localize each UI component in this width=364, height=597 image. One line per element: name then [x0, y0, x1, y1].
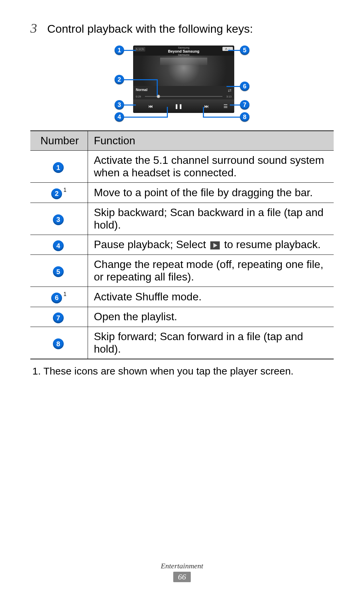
callout-6: 6 [240, 82, 249, 91]
pause-icon[interactable]: ❚❚ [164, 103, 192, 109]
function-table: Number Function 1 Activate the 5.1 chann… [30, 130, 334, 359]
row-badge: 8 [53, 338, 64, 349]
row-function: Skip forward; Scan forward in a file (ta… [88, 327, 334, 359]
artist-label: Samsung [133, 46, 234, 49]
playlist-icon[interactable]: ☰ [221, 103, 231, 109]
header-number: Number [30, 131, 88, 151]
row-badge: 2 [51, 188, 62, 199]
callout-8: 8 [240, 112, 249, 122]
step-number: 3 [30, 20, 47, 36]
seek-bar[interactable] [145, 96, 222, 97]
page-number: 66 [173, 572, 191, 582]
row-function: Activate the 5.1 channel surround sound … [88, 151, 334, 183]
row-function: Change the repeat mode (off, repeating o… [88, 255, 334, 287]
footer-section: Entertainment [0, 562, 364, 570]
step-row: 3 Control playback with the following ke… [30, 20, 334, 36]
row-badge: 5 [53, 266, 64, 277]
row-badge: 7 [53, 312, 64, 323]
row-badge: 1 [53, 162, 64, 173]
callout-4: 4 [115, 112, 124, 122]
table-row: 3 Skip backward; Scan backward in a file… [30, 203, 334, 235]
row-function: Open the playlist. [88, 307, 334, 327]
callout-1: 1 [115, 46, 124, 55]
prev-icon[interactable]: ⏮ [136, 103, 164, 109]
play-icon [210, 241, 220, 249]
time-elapsed: 0:29 [136, 95, 141, 98]
callout-7: 7 [240, 100, 249, 110]
row-badge: 3 [53, 214, 64, 225]
row-function: Skip backward; Scan backward in a file (… [88, 203, 334, 235]
player-diagram: 5.1Ch Samsung Beyond Samsung Samsung A N… [115, 43, 249, 120]
page-footer: Entertainment 66 [0, 562, 364, 582]
table-row: 5 Change the repeat mode (off, repeating… [30, 255, 334, 287]
track-titles: Samsung Beyond Samsung Samsung [133, 46, 234, 56]
row-badge: 4 [53, 240, 64, 251]
table-row: 21 Move to a point of the file by draggi… [30, 183, 334, 203]
table-row: 7 Open the playlist. [30, 307, 334, 327]
callout-5: 5 [240, 46, 249, 55]
album-art [133, 56, 234, 86]
table-row: 1 Activate the 5.1 channel surround soun… [30, 151, 334, 183]
next-icon[interactable]: ⏭ [193, 103, 221, 109]
row-function: Activate Shuffle mode. [88, 287, 334, 307]
eq-label: Normal [136, 88, 147, 92]
callout-2: 2 [115, 75, 124, 84]
row-function: Move to a point of the file by dragging … [88, 183, 334, 203]
header-function: Function [88, 131, 334, 151]
table-row: 61 Activate Shuffle mode. [30, 287, 334, 307]
table-row: 8 Skip forward; Scan forward in a file (… [30, 327, 334, 359]
table-row: 4 Pause playback; Select to resume playb… [30, 235, 334, 255]
track-label: Beyond Samsung [133, 49, 234, 53]
row-badge: 6 [51, 293, 62, 303]
shuffle-icon[interactable]: ⇄ [228, 88, 232, 93]
time-total: 3:13 [226, 95, 232, 98]
footnote: 1. These icons are shown when you tap th… [30, 365, 334, 377]
callout-3: 3 [115, 100, 124, 110]
step-text: Control playback with the following keys… [47, 20, 253, 35]
row-function: Pause playback; Select to resume playbac… [88, 235, 334, 255]
